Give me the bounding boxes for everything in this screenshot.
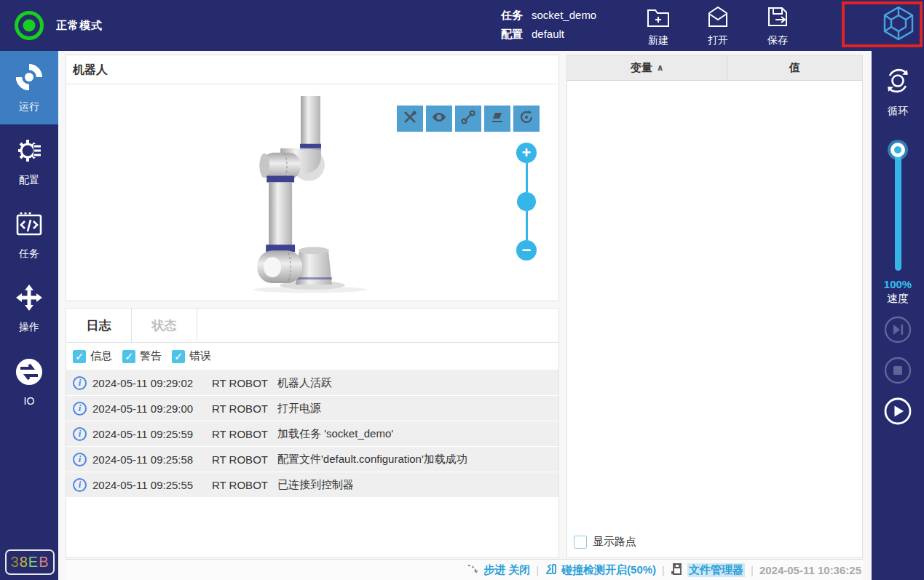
open-button[interactable]: 打开	[700, 4, 735, 47]
zoom-track-upper[interactable]	[526, 163, 528, 192]
robot-panel-title: 机器人	[66, 55, 558, 84]
log-message: 配置文件'default.configuration'加载成功	[277, 453, 558, 466]
log-filter-checkbox[interactable]: 信息	[73, 349, 112, 363]
task-info: 任务socket_demo 配置default	[501, 6, 596, 44]
save-floppy-icon	[765, 4, 790, 32]
open-button-label: 打开	[708, 34, 728, 47]
new-button[interactable]: 新建	[641, 4, 676, 47]
sidebar-item-run[interactable]: 运行	[0, 51, 58, 124]
value-column-header[interactable]: 值	[727, 55, 862, 80]
show-waypoints-checkbox[interactable]	[574, 536, 587, 549]
log-row[interactable]: i 2024-05-11 09:25:58 RT ROBOT 配置文件'defa…	[66, 447, 558, 472]
task-label: 任务	[501, 6, 523, 25]
zoom-control: + −	[516, 143, 537, 261]
info-icon: i	[73, 376, 87, 390]
trajectory-button[interactable]	[455, 106, 481, 132]
log-source: RT ROBOT	[212, 377, 277, 389]
zoom-out-button[interactable]: −	[516, 240, 537, 261]
loop-toggle[interactable]: 循环	[872, 51, 924, 118]
loop-label: 循环	[888, 105, 908, 118]
speed-slider-handle[interactable]	[891, 143, 905, 157]
zoom-slider-handle[interactable]	[517, 192, 536, 211]
config-value: default	[532, 25, 564, 44]
sidebar-run-label: 运行	[19, 100, 39, 114]
drive-icon	[671, 563, 684, 578]
speed-percent: 100%	[872, 278, 924, 290]
checkbox-icon[interactable]	[172, 350, 185, 363]
log-row[interactable]: i 2024-05-11 09:25:59 RT ROBOT 加载任务 'soc…	[66, 421, 558, 446]
status-bar: 步进 关闭 | 碰撞检测开启(50%) | 文件管理器 | 2024-05-11…	[66, 559, 863, 580]
eye-icon	[431, 109, 447, 128]
log-message: 机器人活跃	[277, 376, 558, 390]
log-row[interactable]: i 2024-05-11 09:25:55 RT ROBOT 已连接到控制器	[66, 472, 558, 497]
tab-log[interactable]: 日志	[66, 309, 132, 342]
checkbox-icon[interactable]	[73, 350, 86, 363]
log-tab-row: 日志 状态	[66, 309, 558, 343]
speed-label: 速度	[872, 292, 924, 306]
checkbox-icon[interactable]	[122, 350, 135, 363]
log-time: 2024-05-11 09:29:02	[87, 377, 212, 389]
log-filter-checkbox[interactable]: 警告	[122, 349, 162, 363]
sidebar-io-label: IO	[24, 395, 35, 407]
variable-column-header[interactable]: 变量 ∧	[567, 55, 727, 80]
log-message: 打开电源	[277, 402, 558, 416]
collision-icon	[545, 563, 558, 578]
sidebar-operate-label: 操作	[19, 321, 39, 334]
value-column-label: 值	[789, 61, 800, 75]
log-filter-checkbox[interactable]: 错误	[172, 349, 211, 363]
step-forward-button[interactable]	[884, 316, 912, 343]
collision-detection-toggle[interactable]: 碰撞检测开启(50%)	[545, 563, 656, 578]
sidebar-task-label: 任务	[19, 247, 39, 261]
reset-view-button[interactable]	[513, 106, 540, 132]
new-button-label: 新建	[648, 34, 668, 47]
robot-3d-viewport[interactable]: + −	[66, 84, 558, 301]
app-logo-highlighted[interactable]	[842, 1, 923, 47]
speed-slider-track[interactable]	[895, 154, 901, 271]
new-folder-icon	[646, 4, 671, 32]
log-time: 2024-05-11 09:29:00	[87, 402, 212, 415]
top-actions: 新建 打开 保存	[641, 4, 795, 47]
speed-slider	[891, 143, 905, 271]
save-button-label: 保存	[767, 34, 788, 47]
config-label: 配置	[501, 25, 523, 44]
show-waypoints-label: 显示路点	[593, 535, 636, 549]
tools-button[interactable]	[397, 106, 423, 132]
filter-label: 信息	[90, 349, 112, 363]
log-source: RT ROBOT	[212, 428, 277, 440]
statusbar-datetime: 2024-05-11 10:36:25	[759, 564, 861, 576]
log-row[interactable]: i 2024-05-11 09:29:00 RT ROBOT 打开电源	[66, 396, 558, 421]
sort-ascending-icon: ∧	[657, 63, 664, 73]
statusbar-divider: |	[751, 564, 754, 576]
step-arrow-icon	[467, 563, 480, 578]
variables-panel: 变量 ∧ 值 显示路点	[566, 55, 863, 558]
sidebar-item-operate[interactable]: 操作	[0, 271, 58, 345]
app-window: 正常模式 任务socket_demo 配置default 新建 打开 保存	[0, 0, 924, 580]
show-waypoints-row[interactable]: 显示路点	[567, 535, 862, 557]
log-row[interactable]: i 2024-05-11 09:29:02 RT ROBOT 机器人活跃	[66, 370, 558, 395]
play-button[interactable]	[884, 397, 912, 425]
visibility-button[interactable]	[426, 106, 452, 132]
sidebar-item-config[interactable]: 配置	[0, 124, 58, 198]
file-manager-button[interactable]: 文件管理器	[671, 563, 745, 578]
view-toolbar	[397, 106, 540, 132]
save-button[interactable]: 保存	[760, 4, 795, 47]
eraser-icon	[489, 109, 505, 128]
info-icon: i	[73, 453, 87, 466]
variables-header: 变量 ∧ 值	[567, 55, 862, 81]
code-window-icon	[15, 210, 44, 242]
log-message: 已连接到控制器	[277, 478, 558, 492]
tab-status[interactable]: 状态	[132, 309, 197, 342]
log-source: RT ROBOT	[212, 402, 277, 415]
stop-button[interactable]	[884, 357, 912, 384]
sidebar-item-task[interactable]: 任务	[0, 198, 58, 271]
loop-arrows-icon	[881, 64, 915, 100]
zoom-in-button[interactable]: +	[516, 143, 537, 163]
top-bar: 正常模式 任务socket_demo 配置default 新建 打开 保存	[0, 0, 924, 51]
sidebar-item-io[interactable]: IO	[0, 345, 58, 418]
erase-button[interactable]	[484, 106, 510, 132]
variables-table-body	[567, 81, 862, 535]
log-list: i 2024-05-11 09:29:02 RT ROBOT 机器人活跃 i 2…	[66, 370, 558, 497]
gear-icon	[15, 136, 44, 168]
zoom-track-lower[interactable]	[526, 211, 528, 240]
step-mode-toggle[interactable]: 步进 关闭	[467, 563, 530, 578]
